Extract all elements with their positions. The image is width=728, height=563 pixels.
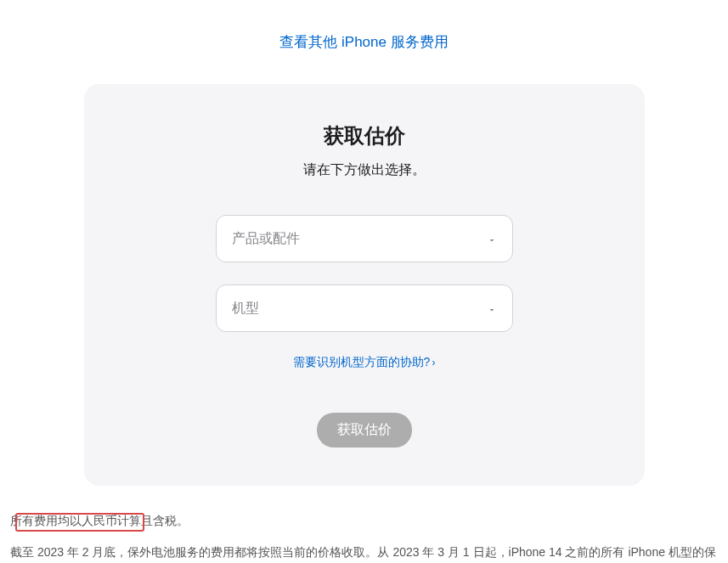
product-select[interactable]: 产品或配件 [216,215,513,262]
footer-note-1: 所有费用均以人民币计算且含税。 [10,510,718,532]
identify-model-help-link[interactable]: 需要识别机型方面的协助?› [293,355,436,369]
help-link-text: 需要识别机型方面的协助? [293,355,431,369]
footer-note-2: 截至 2023 年 2 月底，保外电池服务的费用都将按照当前的价格收取。从 20… [10,541,718,563]
chevron-down-icon [487,303,497,313]
model-select-placeholder: 机型 [232,300,259,318]
view-other-services-link[interactable]: 查看其他 iPhone 服务费用 [279,34,448,50]
estimate-card: 获取估价 请在下方做出选择。 产品或配件 机型 需要识别机型方面的协助?› [84,84,645,486]
top-link-container: 查看其他 iPhone 服务费用 [8,0,720,84]
help-link-container: 需要识别机型方面的协助?› [118,354,611,370]
get-estimate-button[interactable]: 获取估价 [317,413,412,448]
chevron-down-icon [487,234,497,244]
chevron-right-icon: › [432,357,435,369]
model-select[interactable]: 机型 [216,284,513,332]
card-subtitle: 请在下方做出选择。 [118,161,611,179]
footer-notes: 所有费用均以人民币计算且含税。 截至 2023 年 2 月底，保外电池服务的费用… [8,510,720,563]
product-select-wrapper: 产品或配件 [216,215,513,262]
model-select-wrapper: 机型 [216,284,513,332]
card-title: 获取估价 [118,122,611,149]
product-select-placeholder: 产品或配件 [232,230,300,248]
